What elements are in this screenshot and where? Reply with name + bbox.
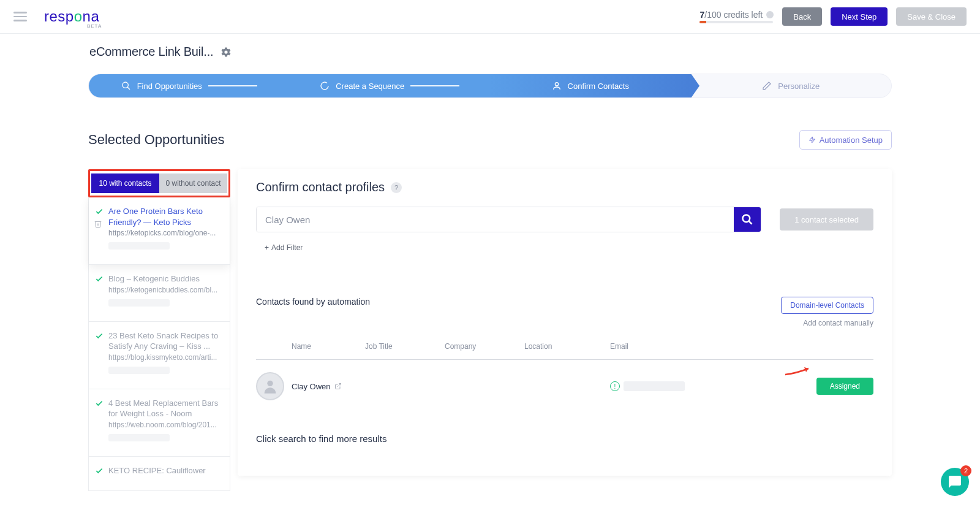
step-find-opportunities[interactable]: Find Opportunities: [89, 74, 290, 97]
opportunity-title: Blog – Ketogenic Buddies: [108, 273, 224, 284]
tab-with-contacts[interactable]: 10 with contacts: [91, 173, 159, 193]
contact-name: Clay Owen: [292, 382, 331, 391]
save-close-button[interactable]: Save & Close: [896, 7, 967, 26]
blurred-content: [108, 367, 170, 374]
blurred-email: [624, 381, 685, 391]
opportunity-item[interactable]: KETO RECIPE: Cauliflower: [89, 457, 230, 491]
opportunity-item[interactable]: 4 Best Meal Replacement Bars for Weight …: [89, 389, 230, 457]
chat-widget[interactable]: 2: [941, 468, 969, 496]
add-filter-button[interactable]: + Add Filter: [265, 243, 303, 252]
step-confirm-contacts[interactable]: Confirm Contacts: [490, 74, 691, 97]
selected-count-pill: 1 contact selected: [780, 208, 873, 231]
hamburger-icon[interactable]: [13, 12, 27, 21]
opportunity-title: 23 Best Keto Snack Recipes to Satisfy An…: [108, 330, 224, 352]
tab-without-contacts[interactable]: 0 without contact: [159, 173, 227, 193]
check-icon: [95, 332, 104, 340]
opportunity-item[interactable]: 23 Best Keto Snack Recipes to Satisfy An…: [89, 322, 230, 389]
back-button[interactable]: Back: [782, 7, 822, 26]
edit-icon: [762, 81, 772, 91]
column-company: Company: [445, 342, 524, 351]
step-personalize[interactable]: Personalize: [691, 74, 892, 97]
topbar: responaBETA 7/100 credits left Back Next…: [0, 0, 980, 34]
confirm-panel: Confirm contact profiles ? 1 contact sel…: [238, 169, 892, 476]
contacts-table: Name Job Title Company Location Email Cl…: [256, 342, 873, 413]
search-hint: Click search to find more results: [256, 433, 873, 444]
step-create-sequence[interactable]: Create a Sequence: [290, 74, 491, 97]
beta-label: BETA: [87, 23, 102, 29]
opportunities-sidebar: 10 with contacts 0 without contact Are O…: [88, 169, 230, 491]
column-email: Email: [610, 342, 690, 351]
svg-line-7: [337, 384, 341, 387]
campaign-title: eCommerce Link Buil...: [89, 45, 213, 59]
svg-point-0: [123, 82, 128, 88]
column-location: Location: [524, 342, 610, 351]
logo[interactable]: responaBETA: [44, 8, 99, 25]
domain-level-contacts-button[interactable]: Domain-level Contacts: [781, 297, 873, 314]
opportunity-url: https://web.noom.com/blog/201...: [108, 421, 224, 429]
automation-setup-button[interactable]: Automation Setup: [799, 130, 892, 150]
stepper: Find Opportunities Create a Sequence Con…: [88, 74, 892, 98]
svg-point-2: [555, 83, 558, 86]
bolt-icon: [809, 135, 816, 144]
opportunity-url: https://blog.kissmyketo.com/arti...: [108, 353, 224, 362]
svg-point-6: [267, 381, 273, 386]
opportunity-url: https://ketogenicbuddies.com/bl...: [108, 286, 224, 294]
search-button[interactable]: [734, 207, 761, 232]
panel-heading: Confirm contact profiles: [256, 180, 385, 194]
contacts-found-heading: Contacts found by automation: [256, 297, 370, 307]
refresh-icon: [320, 81, 330, 91]
svg-point-4: [743, 215, 750, 223]
search-box: [256, 207, 761, 232]
svg-marker-3: [809, 137, 815, 143]
opportunity-item[interactable]: Are One Protein Bars Keto Friendly? — Ke…: [89, 197, 230, 265]
chat-icon: [948, 475, 962, 489]
search-icon: [741, 213, 753, 226]
search-icon: [121, 81, 131, 91]
check-icon: [95, 275, 104, 283]
section-title: Selected Opportunities: [88, 132, 225, 148]
tabs-highlight-box: 10 with contacts 0 without contact: [88, 169, 230, 197]
check-icon: [95, 399, 104, 408]
email-verified-icon: !: [610, 381, 620, 391]
gear-icon[interactable]: [221, 47, 232, 58]
check-icon: [95, 207, 104, 216]
user-icon: [552, 81, 562, 91]
opportunity-url: https://ketopicks.com/blog/one-...: [108, 229, 224, 237]
opportunity-title: KETO RECIPE: Cauliflower: [108, 465, 224, 476]
add-contact-manually-link[interactable]: Add contact manually: [803, 319, 873, 327]
svg-line-5: [749, 221, 752, 224]
info-icon[interactable]: [766, 11, 774, 18]
search-input[interactable]: [257, 207, 734, 232]
assigned-button[interactable]: Assigned: [816, 378, 873, 395]
credits: 7/100 credits left: [699, 10, 774, 23]
avatar: [256, 372, 284, 400]
opportunity-item[interactable]: Blog – Ketogenic Buddies https://ketogen…: [89, 265, 230, 322]
trash-icon[interactable]: [94, 219, 102, 228]
help-icon[interactable]: ?: [391, 182, 402, 193]
arrow-annotation-icon: [784, 364, 815, 377]
blurred-content: [108, 299, 170, 307]
opportunity-title: Are One Protein Bars Keto Friendly? — Ke…: [108, 206, 224, 227]
column-job-title: Job Title: [365, 342, 445, 351]
external-link-icon[interactable]: [334, 383, 342, 390]
chat-badge: 2: [960, 465, 971, 476]
blurred-content: [108, 242, 170, 250]
blurred-content: [108, 434, 170, 441]
opportunity-title: 4 Best Meal Replacement Bars for Weight …: [108, 398, 224, 419]
svg-line-1: [127, 87, 130, 90]
credits-progress: [699, 21, 773, 23]
column-name: Name: [292, 342, 365, 351]
plus-icon: +: [265, 243, 269, 252]
check-icon: [95, 467, 104, 475]
next-step-button[interactable]: Next Step: [831, 7, 888, 26]
contact-row[interactable]: Clay Owen ! Assigned: [256, 360, 873, 413]
